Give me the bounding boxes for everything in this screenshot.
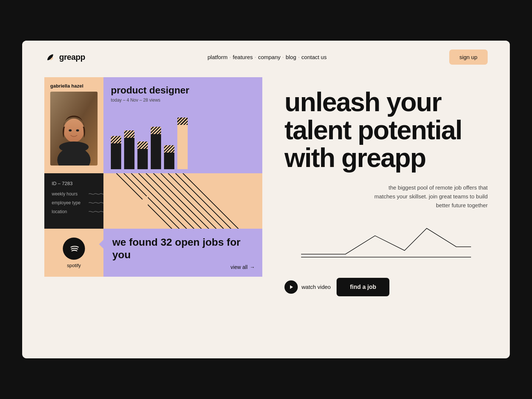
job-stats-card: product designer today – 4 Nov – 28 view…	[103, 77, 262, 173]
nav-item-contact[interactable]: contact us	[301, 54, 327, 61]
bar-6	[177, 117, 188, 169]
bar-1	[111, 136, 121, 169]
play-circle	[284, 280, 298, 294]
mountain-chart	[284, 225, 488, 258]
signup-button[interactable]: sign up	[449, 50, 488, 65]
speech-bubble-tail	[99, 240, 103, 249]
view-all-button[interactable]: view all →	[231, 264, 255, 270]
svg-point-5	[76, 129, 79, 132]
watch-video-label: watch video	[301, 284, 331, 290]
mountain-area	[284, 225, 488, 259]
nav-links: platform • features • company • blog • c…	[208, 54, 327, 61]
svg-marker-18	[140, 195, 148, 207]
nav-dot-2: •	[255, 56, 256, 58]
hero-subtitle: the biggest pool of remote job offers th…	[369, 183, 488, 210]
person-illustration	[50, 92, 98, 166]
browser-window: greapp platform • features • company • b…	[22, 41, 510, 358]
nav-item-company[interactable]: company	[258, 54, 280, 61]
nav-item-features[interactable]: features	[233, 54, 253, 61]
svg-point-3	[64, 119, 84, 142]
bar-body-3	[137, 141, 148, 169]
svg-point-4	[69, 129, 72, 132]
spotify-icon	[63, 238, 85, 260]
profile-card: gabriella hazel	[44, 77, 103, 173]
spotify-logo-icon	[67, 242, 81, 255]
nav-dot-4: •	[299, 56, 299, 58]
svg-marker-21	[290, 285, 293, 289]
logo-icon	[44, 51, 56, 63]
bar-5	[164, 145, 174, 169]
left-panel: gabriella hazel	[44, 77, 262, 277]
nav-dot-1: •	[230, 56, 231, 58]
info-row-hours: weekly hours 40 / 40	[52, 191, 96, 197]
logo-area[interactable]: greapp	[44, 51, 85, 63]
svg-point-6	[59, 141, 89, 153]
info-label-hours: weekly hours	[52, 191, 89, 197]
spotify-card: spotify	[44, 229, 103, 277]
bar-4	[151, 127, 161, 169]
jobs-card: we found 32 open jobs for you view all →	[103, 229, 262, 277]
bar-body-4	[151, 127, 161, 169]
bar-body-6	[177, 117, 188, 169]
bar-body-1	[111, 136, 121, 169]
job-title: product designer	[111, 85, 255, 96]
play-icon	[289, 284, 294, 290]
profile-name: gabriella hazel	[50, 83, 98, 89]
bar-body-5	[164, 145, 174, 169]
info-row-location: location budapest	[52, 209, 96, 214]
arrow-right-icon: →	[250, 264, 255, 270]
diagonal-pattern	[103, 173, 262, 229]
main-content: gabriella hazel	[22, 74, 510, 311]
job-meta: today – 4 Nov – 28 views	[111, 98, 255, 103]
cta-row: watch video find a job	[284, 278, 488, 296]
hero-title: unleash your talent potential with greap…	[284, 88, 488, 172]
profile-photo	[50, 92, 98, 166]
nav-dot-3: •	[283, 56, 283, 58]
nav-item-platform[interactable]: platform	[208, 54, 228, 61]
find-job-button[interactable]: find a job	[337, 278, 389, 296]
info-label-location: location	[52, 209, 89, 214]
navbar: greapp platform • features • company • b…	[22, 41, 510, 74]
logo-text: greapp	[59, 52, 85, 62]
spotify-label: spotify	[67, 263, 81, 268]
info-row-type: employee type full-time	[52, 200, 96, 205]
bar-body-2	[124, 130, 134, 169]
info-card: ID – 7283 weekly hours 40 / 40 employee …	[44, 173, 103, 229]
nav-item-blog[interactable]: blog	[286, 54, 296, 61]
bar-3	[137, 141, 148, 169]
watch-video-button[interactable]: watch video	[284, 280, 331, 294]
pattern-card	[103, 173, 262, 229]
jobs-found-text: we found 32 open jobs for you	[112, 236, 253, 261]
svg-rect-7	[146, 173, 220, 229]
info-label-type: employee type	[52, 200, 89, 205]
bar-chart	[111, 110, 255, 169]
right-panel: unleash your talent potential with greap…	[284, 77, 488, 296]
bar-2	[124, 130, 134, 169]
view-all-label: view all	[231, 264, 248, 270]
info-id: ID – 7283	[52, 181, 96, 186]
